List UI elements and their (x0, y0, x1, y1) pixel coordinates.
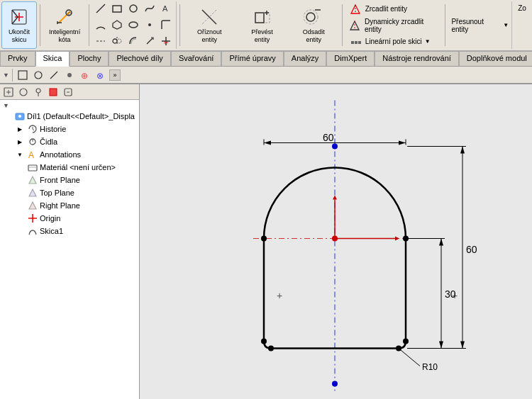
smart-dim-label: Inteligentníkóta (49, 28, 80, 44)
tree-area: ▼ Díl1 (Default<<Default>_Displa ▶ Histo… (0, 100, 139, 399)
panel-btn-3[interactable] (47, 68, 61, 82)
point-tool-btn[interactable] (143, 18, 157, 32)
panel-btn-2[interactable] (31, 68, 45, 82)
tree-item-front-plane[interactable]: ▶ Front Plane (1, 174, 138, 186)
ellipse-tool-btn[interactable] (126, 18, 140, 32)
spline-tool-btn[interactable] (143, 1, 157, 16)
tab-bar: Prvky Skica Plochy Plechové díly Svařová… (0, 51, 532, 67)
sketch-fillet-btn[interactable] (159, 18, 173, 32)
annotations-expander: ▼ (14, 149, 26, 160)
trim-btn[interactable]: ✂ (159, 34, 173, 48)
panel-btn-4[interactable] (62, 68, 77, 82)
tab-render-tools[interactable]: Nástroje rendrování (375, 51, 459, 66)
material-label: Materiál <není určen> (40, 163, 116, 172)
panel-btn-5[interactable]: ⊕ (78, 68, 92, 82)
panel-tool-5[interactable] (61, 85, 75, 99)
offset-entities-label: Odsadit entity (295, 28, 333, 44)
second-toolbar: ▼ ⊕ ⊗ » (0, 67, 532, 84)
line-tool-btn[interactable] (94, 1, 108, 16)
tree-item-history[interactable]: ▶ Historie (1, 123, 138, 135)
move-entities-dropdown[interactable]: ▼ (503, 22, 509, 28)
svg-point-16 (113, 39, 117, 43)
sketch1-icon (27, 225, 38, 237)
arc-tool-btn[interactable] (94, 18, 108, 32)
panel-btn-6[interactable]: ⊗ (94, 68, 108, 82)
clip-entities-button[interactable]: Oříznout entity (183, 1, 235, 49)
svg-rect-49 (50, 89, 57, 96)
tab-sheet-metal[interactable]: Plechové díly (109, 51, 170, 66)
svg-point-18 (117, 39, 121, 43)
smart-dim-button[interactable]: ∅ Inteligentníkóta (43, 1, 86, 49)
offset-btn[interactable] (126, 34, 140, 48)
exit-sketch-button[interactable]: Ukončitskicu (1, 1, 37, 49)
dynamic-mirror-label: Dynamicky zrcadlit entity (365, 18, 440, 33)
canvas-area[interactable]: + + 60 60 (140, 84, 532, 399)
tree-item-sensors[interactable]: ▶ Čidla (1, 135, 138, 148)
linear-pattern-icon[interactable] (348, 35, 362, 49)
clip-entities-icon (199, 7, 219, 27)
tree-item-annotations[interactable]: ▼ A Annotations (1, 148, 138, 161)
tab-analysis[interactable]: Analýzy (284, 51, 327, 66)
svg-text:A: A (28, 150, 34, 159)
tab-parts[interactable]: Prvky (0, 51, 35, 66)
panel-tool-2[interactable] (16, 85, 31, 99)
tab-surfaces[interactable]: Plochy (70, 51, 109, 66)
svg-point-10 (130, 5, 137, 12)
svg-text:A: A (162, 4, 168, 13)
convert-btn[interactable] (143, 34, 157, 48)
tree-root[interactable]: Díl1 (Default<<Default>_Displa (1, 110, 138, 123)
tab-sketch[interactable]: Skica (35, 51, 70, 67)
svg-text:R10: R10 (422, 362, 438, 372)
svg-point-76 (403, 339, 409, 344)
main-area: ▼ Díl1 (Default<<Default>_Displa ▶ Histo… (0, 84, 532, 399)
centerline-btn[interactable] (94, 34, 108, 48)
tab-add-ins[interactable]: Doplňkové modul (459, 51, 532, 66)
offset-entities-button[interactable]: Odsadit entity (289, 1, 339, 49)
polygon-tool-btn[interactable] (110, 18, 124, 32)
circle-tool-btn[interactable] (126, 1, 140, 16)
sensors-icon (27, 136, 38, 147)
rect-tool-btn[interactable] (110, 1, 124, 16)
svg-rect-36 (358, 41, 361, 44)
panel-tool-3[interactable] (31, 85, 45, 99)
svg-text:⊗: ⊗ (96, 71, 104, 80)
svg-text:+: + (277, 290, 282, 301)
tab-dimxpert[interactable]: DimXpert (326, 51, 375, 66)
svg-text:60: 60 (323, 132, 334, 143)
front-plane-label: Front Plane (40, 176, 80, 184)
move-entities-label: Přesunout entity (451, 18, 500, 33)
clip-entities-label: Oříznout entity (189, 28, 229, 44)
top-plane-label: Top Plane (40, 189, 74, 197)
svg-rect-24 (255, 13, 264, 23)
mirror-entities-btn[interactable] (110, 34, 124, 48)
offset-entities-icon (304, 7, 323, 27)
svg-point-27 (306, 13, 315, 21)
mirror-label: Zrcadlit entity (365, 5, 407, 13)
front-plane-expander: ▶ (14, 174, 26, 186)
svg-point-53 (18, 115, 21, 118)
svg-line-8 (96, 4, 105, 13)
linear-pattern-dropdown[interactable]: ▼ (425, 38, 431, 45)
svg-point-40 (67, 73, 72, 77)
svg-rect-34 (351, 41, 354, 44)
tree-item-sketch1[interactable]: ▶ Skica1 (1, 225, 138, 237)
right-plane-expander: ▶ (14, 200, 26, 211)
panel-tool-4[interactable] (46, 85, 60, 99)
panel-btn-1[interactable] (16, 68, 30, 82)
text-tool-btn[interactable]: A (159, 1, 173, 16)
exit-sketch-icon (9, 7, 29, 27)
svg-rect-9 (113, 6, 121, 12)
tab-direct-edit[interactable]: Přímé úpravy (221, 51, 283, 66)
svg-point-28 (304, 10, 318, 24)
dynamic-mirror-icon[interactable] (348, 18, 362, 33)
front-plane-icon (27, 174, 38, 186)
tab-weldments[interactable]: Svařování (171, 51, 222, 66)
expand-panel-btn[interactable]: » (109, 69, 121, 81)
tree-item-material[interactable]: ▶ Materiál <není určen> (1, 161, 138, 174)
tree-item-right-plane[interactable]: ▶ Right Plane (1, 199, 138, 212)
convert-entities-button[interactable]: Převést entity (237, 1, 287, 49)
mirror-icon[interactable] (348, 2, 362, 16)
tree-item-origin[interactable]: ▶ Origin (1, 212, 138, 225)
panel-tool-1[interactable] (1, 85, 16, 99)
tree-item-top-plane[interactable]: ▶ Top Plane (1, 186, 138, 199)
